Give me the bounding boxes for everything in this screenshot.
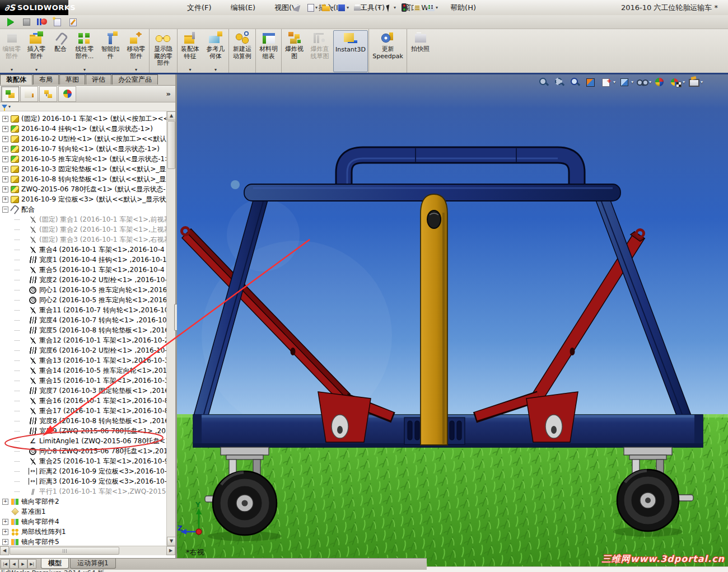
expander-icon[interactable]: + (2, 186, 8, 193)
tree-item[interactable]: 平行1 (2016-10-1 车架<1>,ZWQ-2015-06 78 (0, 486, 166, 496)
quick-tool-button[interactable]: ▾ (383, 2, 397, 13)
expander-icon[interactable]: + (2, 166, 8, 172)
tree-item[interactable]: − 配合 (0, 204, 166, 214)
toolbar-button[interactable]: 参考几 何体 ▾ (203, 29, 228, 73)
tree-item[interactable]: 重合16 (2016-10-1 车架<1>,2016-10-8 转向轮 (0, 396, 166, 406)
view-tool-button[interactable] (538, 76, 550, 88)
expander-icon[interactable]: + (2, 126, 8, 132)
tree-item[interactable]: 同心1 (2016-10-5 推车定向轮<1>,2016-10-3 (0, 285, 166, 295)
tree-item[interactable]: 距离3 (2016-10-9 定位板<3>,2016-10-1 车架 (0, 476, 166, 486)
tree-item[interactable]: 宽度4 (2016-10-7 转向轮<1> ,2016-10-8 转向 (0, 315, 166, 325)
command-tab[interactable]: 评估 (86, 74, 111, 85)
tree-item[interactable]: + 镜向零部件5 (0, 537, 166, 546)
tree-item[interactable]: + 2016-10-8 转向轮垫板<1> (默认<<默认>_显示状 (0, 174, 166, 184)
view-tool-button[interactable] (553, 76, 566, 88)
macro-tool-button[interactable] (21, 17, 31, 26)
menu-item[interactable]: 文件(F) (185, 2, 214, 14)
tree-item[interactable]: 距离2 (2016-10-9 定位板<3>,2016-10-1 车架 (0, 466, 166, 476)
tree-item[interactable]: 基准面1 (0, 507, 166, 517)
expander-icon[interactable]: + (2, 136, 8, 142)
toolbar-button[interactable]: 线性零 部件... ▾ (72, 29, 97, 73)
toolbar-button[interactable]: 智能扣 件 ▾ (97, 29, 123, 73)
toolbar-button[interactable]: 移动零 部件 ▾ (123, 29, 149, 73)
tree-item[interactable]: 重合13 (2016-10-1 车架<1>,2016-10-3 固定轮 (0, 355, 166, 365)
toolbar-button[interactable]: 装配体 特征 ▾ (177, 29, 203, 73)
toolbar-button[interactable]: 显示隐 藏的零 部件 ▾ (149, 29, 177, 73)
toolbar-button[interactable]: 编辑零 部件 ▾ (0, 29, 24, 73)
study-tab[interactable]: 运动算例1 (70, 559, 116, 569)
menu-item[interactable]: 帮助(H) (448, 2, 478, 14)
tree-item[interactable]: + 2016-10-3 固定轮垫板<1> (默认<<默认>_显示状 (0, 164, 166, 174)
expander-icon[interactable]: + (2, 156, 8, 162)
expander-icon[interactable]: + (2, 176, 8, 182)
tree-item[interactable]: (固定) 重合3 (2016-10-1 车架<1>,右视基准面 (0, 235, 166, 245)
tab-nav-button[interactable]: |◀ (1, 559, 10, 569)
quick-tool-button[interactable] (412, 2, 423, 13)
view-tool-button[interactable]: ▾ (618, 76, 633, 88)
tree-item[interactable]: 宽度5 (2016-10-8 转向轮垫板<1> ,2016-10-7 (0, 325, 166, 335)
command-tab[interactable]: 装配体 (0, 74, 32, 85)
tree-item[interactable]: 宽度6 (2016-10-2 U型栓<1> ,2016-10-1 车架 (0, 345, 166, 355)
toolbar-button[interactable]: 更新 Speedpak ▾ (368, 29, 407, 73)
tree-item[interactable]: 同心8 (ZWQ-2015-06 780托盘<1>,2016-10-9 (0, 446, 166, 456)
tree-item[interactable]: + 局部线性阵列1 (0, 527, 166, 537)
tree-item[interactable]: (固定) 重合1 (2016-10-1 车架<1>,前视基准面 (0, 214, 166, 224)
tab-configuration-manager[interactable] (39, 86, 57, 102)
study-tab[interactable]: 模型 (41, 559, 69, 569)
expander-icon[interactable]: − (2, 207, 8, 213)
expander-icon[interactable]: + (2, 499, 8, 505)
tree-item[interactable]: 重合5 (2016-10-1 车架<1>,2016-10-4 挂钩< (0, 265, 166, 275)
command-tab[interactable]: 办公室产品 (112, 74, 158, 85)
command-tab[interactable]: 布局 (33, 74, 59, 85)
view-tool-button[interactable]: ▾ (670, 76, 685, 88)
vertical-scroll-thumb[interactable] (167, 121, 175, 169)
macro-tool-button[interactable] (68, 17, 78, 26)
expander-icon[interactable]: + (2, 529, 8, 535)
model-canvas[interactable] (177, 74, 728, 566)
view-tool-button[interactable] (585, 76, 598, 88)
horizontal-scroll-thumb[interactable] (10, 547, 119, 555)
view-tool-button[interactable] (654, 76, 667, 88)
tab-property-manager[interactable] (20, 86, 38, 102)
scroll-down-button[interactable]: ▼ (167, 537, 176, 546)
toolbar-button[interactable]: 插入零 部件 ▾ (24, 29, 49, 73)
gold-mast[interactable] (421, 194, 447, 445)
tree-item[interactable]: 宽度1 (2016-10-4 挂钩<1> ,2016-10-1 车架< (0, 255, 166, 265)
tree-item[interactable]: 宽度8 (2016-10-8 转向轮垫板<1> ,2016-10-1 (0, 416, 166, 426)
macro-tool-button[interactable] (53, 17, 63, 26)
view-tool-button[interactable]: ▾ (636, 76, 651, 88)
tree-item[interactable]: LimitAngle1 (ZWQ-2015-06 780托盘<1>,201 (0, 436, 166, 446)
tab-nav-button[interactable]: ◀ (10, 559, 18, 569)
expander-icon[interactable]: + (2, 146, 8, 152)
toolbar-button[interactable]: 爆炸视 图 ▾ (281, 29, 307, 73)
quick-tool-button[interactable] (399, 2, 410, 13)
tab-feature-tree[interactable] (1, 86, 19, 102)
toolbar-button[interactable]: 新建运 动算例 ▾ (228, 29, 255, 73)
tree-item[interactable]: + ZWQ-2015-06 780托盘<1> (默认<显示状态-1>) (0, 184, 166, 194)
tree-item[interactable]: 同心2 (2016-10-5 推车定向轮<1>,2016-10-3 (0, 295, 166, 305)
tree-item[interactable]: + 镜向零部件4 (0, 517, 166, 527)
tree-item[interactable]: (固定) 重合2 (2016-10-1 车架<1>,上视基准面 (0, 224, 166, 235)
scroll-up-button[interactable]: ▲ (167, 111, 176, 120)
macro-tool-button[interactable] (6, 17, 16, 26)
panel-overflow-button[interactable]: » (166, 90, 171, 98)
macro-tool-button[interactable] (37, 17, 47, 26)
toolbar-button[interactable]: 拍快照 ▾ (407, 29, 433, 73)
tree-item[interactable]: 宽度7 (2016-10-3 固定轮垫板<1> ,2016-10-1 (0, 386, 166, 396)
view-tool-button[interactable]: ▾ (600, 76, 615, 88)
quick-tool-button[interactable]: ▾ (352, 2, 366, 13)
tab-display-manager[interactable] (58, 86, 76, 102)
tree-item[interactable]: + 2016-10-7 转向轮<1> (默认<显示状态-1>) (0, 144, 166, 154)
tree-item[interactable]: 重合14 (2016-10-5 推车定向轮<1>,2016-10-3 (0, 365, 166, 376)
tree-item[interactable]: 重合15 (2016-10-1 车架<1>,2016-10-3 固定轮 (0, 376, 166, 386)
toolbar-button[interactable]: 材料明 细表 ▾ (255, 29, 281, 73)
menu-item[interactable]: 编辑(E) (228, 2, 258, 14)
command-tab[interactable]: 草图 (59, 74, 85, 85)
view-tool-button[interactable]: ▾ (688, 76, 703, 88)
tree-horizontal-scrollbar[interactable]: ◀ ▶ (0, 546, 175, 555)
toolbar-button[interactable]: 配合 ▾ (49, 29, 72, 73)
scroll-right-button[interactable]: ▶ (166, 546, 175, 555)
expander-icon[interactable]: + (2, 519, 8, 525)
tree-item[interactable]: + 2016-10-4 挂钩<1> (默认<显示状态-1>) (0, 124, 166, 134)
view-tool-button[interactable] (569, 76, 582, 88)
